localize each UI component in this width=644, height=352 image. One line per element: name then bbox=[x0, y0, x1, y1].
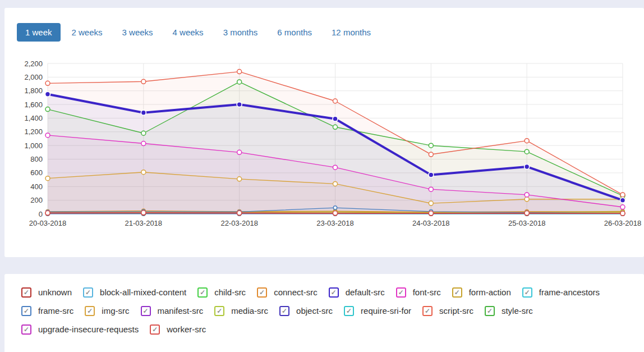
point-default-src-3[interactable] bbox=[333, 116, 338, 121]
point-style-src-0[interactable] bbox=[45, 107, 50, 112]
point-frame-src-3[interactable] bbox=[333, 206, 337, 209]
point-font-src-2[interactable] bbox=[237, 150, 242, 154]
point-script-src-1[interactable] bbox=[141, 79, 146, 84]
checkbox-upgrade-insecure-requests[interactable]: ✓ bbox=[21, 324, 31, 335]
checkbox-frame-src[interactable]: ✓ bbox=[21, 306, 31, 316]
point-script-src-5[interactable] bbox=[525, 139, 529, 143]
legend-item-block-all-mixed-content[interactable]: ✓block-all-mixed-content bbox=[83, 287, 186, 298]
point-worker-src-0[interactable] bbox=[45, 211, 50, 215]
legend-item-child-src[interactable]: ✓child-src bbox=[197, 287, 246, 298]
point-font-src-6[interactable] bbox=[620, 205, 625, 209]
point-script-src-6[interactable] bbox=[620, 193, 625, 197]
legend-item-form-action[interactable]: ✓form-action bbox=[452, 287, 511, 298]
point-default-src-2[interactable] bbox=[237, 102, 242, 107]
legend-item-upgrade-insecure-requests[interactable]: ✓upgrade-insecure-requests bbox=[21, 324, 139, 335]
legend-item-object-src[interactable]: ✓object-src bbox=[279, 306, 333, 316]
point-worker-src-6[interactable] bbox=[620, 211, 625, 216]
point-img-src-4[interactable] bbox=[429, 201, 433, 205]
y-tick-label: 400 bbox=[30, 182, 43, 191]
tab-1-week[interactable]: 1 week bbox=[17, 23, 61, 42]
point-default-src-4[interactable] bbox=[429, 172, 434, 177]
checkmark-icon: ✓ bbox=[152, 326, 158, 333]
legend-item-manifest-src[interactable]: ✓manifest-src bbox=[141, 306, 204, 316]
legend-item-style-src[interactable]: ✓style-src bbox=[485, 306, 533, 316]
checkbox-style-src[interactable]: ✓ bbox=[485, 306, 495, 316]
point-style-src-5[interactable] bbox=[525, 149, 529, 154]
tab-12-months[interactable]: 12 months bbox=[323, 23, 379, 42]
point-script-src-4[interactable] bbox=[429, 152, 433, 157]
point-script-src-0[interactable] bbox=[45, 81, 50, 85]
point-img-src-0[interactable] bbox=[45, 176, 50, 181]
point-img-src-1[interactable] bbox=[141, 170, 146, 175]
legend-item-font-src[interactable]: ✓font-src bbox=[396, 287, 441, 298]
checkbox-img-src[interactable]: ✓ bbox=[85, 306, 95, 316]
checkbox-worker-src[interactable]: ✓ bbox=[150, 324, 160, 335]
point-worker-src-3[interactable] bbox=[333, 211, 338, 216]
checkmark-icon: ✓ bbox=[217, 307, 222, 315]
point-default-src-1[interactable] bbox=[141, 110, 146, 115]
x-tick-label: 24-03-2018 bbox=[412, 219, 450, 227]
legend-label: img-src bbox=[102, 306, 129, 316]
period-tabbar: 1 week2 weeks3 weeks4 weeks3 months6 mon… bbox=[17, 23, 379, 42]
point-worker-src-5[interactable] bbox=[525, 211, 529, 216]
legend-item-media-src[interactable]: ✓media-src bbox=[214, 306, 268, 316]
legend-label: object-src bbox=[296, 306, 333, 316]
tab-4-weeks[interactable]: 4 weeks bbox=[164, 23, 212, 42]
legend-item-frame-src[interactable]: ✓frame-src bbox=[21, 306, 73, 316]
point-style-src-4[interactable] bbox=[429, 143, 433, 148]
checkbox-form-action[interactable]: ✓ bbox=[452, 287, 462, 298]
legend-item-require-sri-for[interactable]: ✓require-sri-for bbox=[344, 306, 411, 316]
point-worker-src-4[interactable] bbox=[429, 211, 433, 216]
legend-item-unknown[interactable]: ✓unknown bbox=[21, 287, 72, 298]
tab-6-months[interactable]: 6 months bbox=[269, 23, 320, 42]
checkbox-default-src[interactable]: ✓ bbox=[329, 287, 339, 298]
point-default-src-5[interactable] bbox=[525, 164, 530, 169]
point-font-src-4[interactable] bbox=[429, 187, 433, 191]
point-script-src-2[interactable] bbox=[237, 70, 242, 74]
y-tick-label: 800 bbox=[30, 155, 43, 163]
checkbox-font-src[interactable]: ✓ bbox=[396, 287, 406, 298]
checkbox-block-all-mixed-content[interactable]: ✓ bbox=[83, 287, 93, 298]
checkbox-frame-ancestors[interactable]: ✓ bbox=[522, 287, 532, 298]
point-worker-src-1[interactable] bbox=[141, 211, 146, 215]
checkbox-script-src[interactable]: ✓ bbox=[422, 306, 433, 316]
checkbox-connect-src[interactable]: ✓ bbox=[257, 287, 267, 298]
legend-item-img-src[interactable]: ✓img-src bbox=[85, 306, 129, 316]
point-style-src-2[interactable] bbox=[237, 80, 242, 84]
checkmark-icon: ✓ bbox=[24, 289, 29, 296]
point-style-src-3[interactable] bbox=[333, 125, 338, 129]
point-img-src-5[interactable] bbox=[525, 197, 529, 202]
tab-2-weeks[interactable]: 2 weeks bbox=[63, 23, 111, 42]
point-style-src-1[interactable] bbox=[141, 131, 146, 135]
checkbox-object-src[interactable]: ✓ bbox=[279, 306, 289, 316]
legend-label: frame-ancestors bbox=[539, 287, 600, 298]
point-font-src-5[interactable] bbox=[525, 193, 529, 197]
checkbox-manifest-src[interactable]: ✓ bbox=[141, 306, 151, 316]
tab-3-weeks[interactable]: 3 weeks bbox=[114, 23, 162, 42]
point-default-src-0[interactable] bbox=[45, 92, 50, 97]
legend-label: manifest-src bbox=[158, 306, 204, 316]
legend-label: media-src bbox=[231, 306, 268, 316]
point-img-src-2[interactable] bbox=[237, 177, 242, 181]
checkbox-require-sri-for[interactable]: ✓ bbox=[344, 306, 354, 316]
checkbox-unknown[interactable]: ✓ bbox=[21, 287, 31, 298]
legend-item-frame-ancestors[interactable]: ✓frame-ancestors bbox=[522, 287, 600, 298]
point-worker-src-2[interactable] bbox=[237, 211, 242, 215]
checkmark-icon: ✓ bbox=[24, 326, 29, 333]
legend-item-worker-src[interactable]: ✓worker-src bbox=[150, 324, 206, 335]
point-img-src-3[interactable] bbox=[333, 181, 338, 186]
point-default-src-6[interactable] bbox=[620, 198, 625, 203]
point-script-src-3[interactable] bbox=[333, 99, 338, 103]
chart-area: 02004006008001,0001,2001,4001,6001,8002,… bbox=[10, 56, 643, 241]
point-font-src-0[interactable] bbox=[45, 133, 50, 138]
checkbox-media-src[interactable]: ✓ bbox=[214, 306, 224, 316]
legend-item-script-src[interactable]: ✓script-src bbox=[422, 306, 473, 316]
legend-item-default-src[interactable]: ✓default-src bbox=[329, 287, 385, 298]
checkmark-icon: ✓ bbox=[282, 307, 287, 315]
legend-item-connect-src[interactable]: ✓connect-src bbox=[257, 287, 318, 298]
legend-label: child-src bbox=[214, 287, 246, 298]
point-font-src-1[interactable] bbox=[141, 141, 146, 146]
tab-3-months[interactable]: 3 months bbox=[215, 23, 266, 42]
checkbox-child-src[interactable]: ✓ bbox=[197, 287, 208, 298]
point-font-src-3[interactable] bbox=[333, 165, 338, 170]
